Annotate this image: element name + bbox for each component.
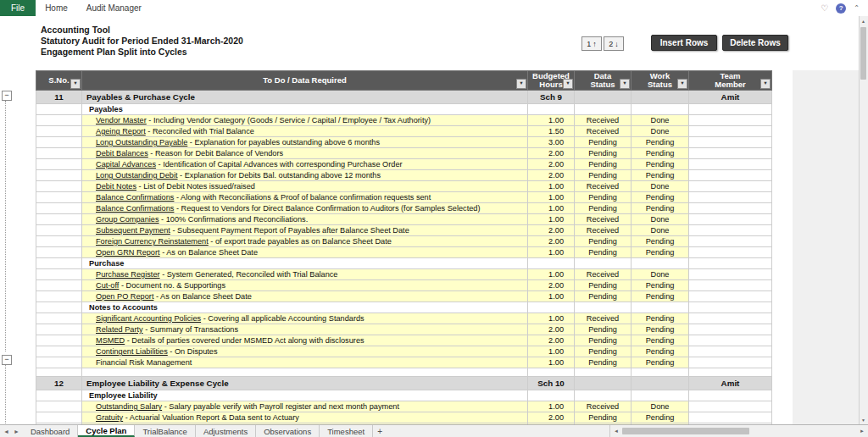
- cell-budgeted-hours[interactable]: [528, 302, 575, 313]
- cell-data-status[interactable]: [575, 390, 632, 401]
- task-link[interactable]: Purchase Register: [96, 270, 160, 279]
- cell-todo[interactable]: Employee Liability & Expense Cycle: [82, 377, 528, 390]
- cell-data-status[interactable]: Pending: [575, 335, 632, 346]
- cell-data-status[interactable]: [575, 377, 632, 390]
- cell-work-status[interactable]: [632, 302, 689, 313]
- vertical-scrollbar[interactable]: ▲ ▼: [859, 16, 868, 425]
- cell-work-status[interactable]: Done: [632, 225, 689, 236]
- cell-sno[interactable]: [36, 214, 82, 225]
- cell-todo[interactable]: Payables & Purchase Cycle: [82, 91, 528, 104]
- filter-icon[interactable]: ▼: [70, 79, 81, 89]
- task-link[interactable]: Contingent Liabilities: [96, 347, 168, 356]
- cell-budgeted-hours[interactable]: 2.00: [528, 324, 575, 335]
- cell-work-status[interactable]: Pending: [632, 236, 689, 247]
- cell-team-member[interactable]: [689, 236, 772, 247]
- task-link[interactable]: Outstanding Salary: [96, 402, 162, 411]
- horizontal-scroll-thumb[interactable]: [622, 428, 749, 434]
- cell-todo[interactable]: Capital Advances - Identification of Cap…: [82, 159, 528, 170]
- cell-data-status[interactable]: Pending: [575, 412, 632, 423]
- cell-data-status[interactable]: Pending: [575, 137, 632, 148]
- cell-work-status[interactable]: Pending: [632, 291, 689, 302]
- filter-icon[interactable]: ▼: [516, 79, 526, 89]
- cell-work-status[interactable]: Pending: [632, 137, 689, 148]
- move-up-button[interactable]: 1↑: [581, 36, 602, 51]
- task-link[interactable]: Ageing Report: [96, 127, 146, 136]
- cell-data-status[interactable]: [575, 302, 632, 313]
- cell-team-member[interactable]: [689, 203, 772, 214]
- task-link[interactable]: Foreign Currency Reinstatement: [96, 237, 209, 246]
- cell-team-member[interactable]: [689, 170, 772, 181]
- task-link[interactable]: Debit Balances: [96, 149, 148, 158]
- task-link[interactable]: Long Outstanding Payable: [96, 138, 187, 147]
- task-link[interactable]: MSMED: [96, 336, 125, 345]
- cell-data-status[interactable]: Pending: [575, 203, 632, 214]
- cell-data-status[interactable]: Pending: [575, 148, 632, 159]
- filter-icon[interactable]: ▼: [760, 79, 771, 89]
- cell-budgeted-hours[interactable]: 1.00: [528, 115, 575, 126]
- cell-budgeted-hours[interactable]: 1.50: [528, 126, 575, 137]
- cell-team-member[interactable]: [689, 181, 772, 192]
- cell-team-member[interactable]: [689, 137, 772, 148]
- cell-sno[interactable]: [36, 313, 82, 324]
- task-link[interactable]: Balance Confirmations: [96, 204, 174, 213]
- cell-work-status[interactable]: Done: [632, 214, 689, 225]
- task-link[interactable]: Debit Notes: [96, 182, 136, 191]
- next-sheet-icon[interactable]: ►: [14, 429, 19, 434]
- task-link[interactable]: Gratuity: [96, 413, 123, 422]
- vertical-scroll-thumb[interactable]: [860, 27, 866, 80]
- cell-sno[interactable]: [36, 181, 82, 192]
- cell-team-member[interactable]: [689, 302, 772, 313]
- cell-todo[interactable]: Related Party - Summary of Transactions: [82, 324, 528, 335]
- cell-budgeted-hours[interactable]: 2.00: [528, 280, 575, 291]
- cell-budgeted-hours[interactable]: 3.00: [528, 137, 575, 148]
- cell-budgeted-hours[interactable]: [528, 258, 575, 269]
- cell-sno[interactable]: [36, 368, 82, 377]
- filter-icon[interactable]: ▼: [677, 79, 687, 89]
- cell-sno[interactable]: [36, 269, 82, 280]
- cell-data-status[interactable]: Pending: [575, 280, 632, 291]
- cell-budgeted-hours[interactable]: 1.00: [528, 247, 575, 258]
- cell-budgeted-hours[interactable]: 1.00: [528, 291, 575, 302]
- cell-budgeted-hours[interactable]: 2.00: [528, 170, 575, 181]
- cell-data-status[interactable]: Pending: [575, 236, 632, 247]
- cell-todo[interactable]: Notes to Accounts: [82, 302, 528, 313]
- cell-sno[interactable]: [36, 258, 82, 269]
- cell-sno[interactable]: [36, 346, 82, 357]
- cell-team-member[interactable]: Amit: [689, 91, 772, 104]
- scroll-left-icon[interactable]: ◄: [612, 429, 620, 434]
- cell-todo[interactable]: Employee Liability: [82, 390, 528, 401]
- cell-data-status[interactable]: Pending: [575, 159, 632, 170]
- scroll-right-icon[interactable]: ►: [858, 429, 866, 434]
- heart-icon[interactable]: ♡: [821, 4, 828, 13]
- cell-todo[interactable]: Significant Accounting Policies - Coveri…: [82, 313, 528, 324]
- task-link[interactable]: Capital Advances: [96, 160, 156, 169]
- cell-data-status[interactable]: Pending: [575, 170, 632, 181]
- cell-todo[interactable]: Gratuity - Actuarial Valuation Report & …: [82, 412, 528, 423]
- cell-sno[interactable]: [36, 159, 82, 170]
- cell-todo[interactable]: Balance Confirmations - Along with Recon…: [82, 192, 528, 203]
- cell-sno[interactable]: [36, 291, 82, 302]
- cell-budgeted-hours[interactable]: 1.00: [528, 401, 575, 412]
- cell-team-member[interactable]: [689, 390, 772, 401]
- cell-team-member[interactable]: [689, 280, 772, 291]
- cell-data-status[interactable]: Received: [575, 269, 632, 280]
- prev-sheet-icon[interactable]: ◄: [3, 429, 9, 434]
- cell-team-member[interactable]: [689, 104, 772, 115]
- cell-todo[interactable]: Ageing Report - Reconciled with Trial Ba…: [82, 126, 528, 137]
- cell-todo[interactable]: Cut-off - Document no. & Supportings: [82, 280, 528, 291]
- cell-data-status[interactable]: Received: [575, 181, 632, 192]
- scroll-up-icon[interactable]: ▲: [860, 17, 867, 25]
- cell-work-status[interactable]: Pending: [632, 203, 689, 214]
- cell-sno[interactable]: [36, 324, 82, 335]
- cell-work-status[interactable]: Done: [632, 401, 689, 412]
- cell-budgeted-hours[interactable]: 2.00: [528, 412, 575, 423]
- cell-todo[interactable]: Open GRN Report - As on Balance Sheet Da…: [82, 247, 528, 258]
- cell-sno[interactable]: [36, 148, 82, 159]
- cell-data-status[interactable]: [575, 368, 632, 377]
- cell-budgeted-hours[interactable]: 2.00: [528, 159, 575, 170]
- cell-work-status[interactable]: Pending: [632, 247, 689, 258]
- cell-team-member[interactable]: [689, 412, 772, 423]
- cell-data-status[interactable]: Received: [575, 401, 632, 412]
- cell-budgeted-hours[interactable]: [528, 390, 575, 401]
- cell-todo[interactable]: MSMED - Details of parties covered under…: [82, 335, 528, 346]
